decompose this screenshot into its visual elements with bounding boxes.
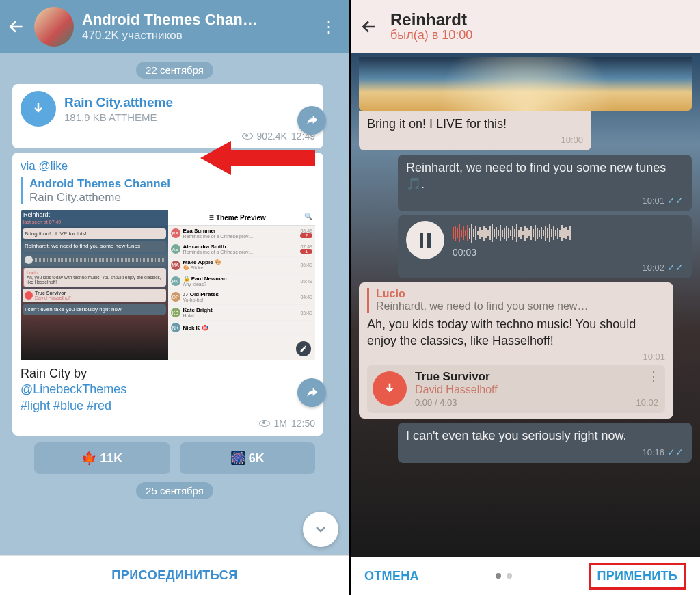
quote-title: Android Themes Channel (29, 177, 315, 191)
post-caption: Rain City by @LinebeckThemes #light #blu… (21, 366, 315, 414)
file-views: 902.4K (257, 131, 287, 142)
views-icon (259, 420, 270, 427)
reactions-row: 🍁 11K 🎆 6K (34, 442, 315, 474)
reaction-a[interactable]: 🍁 11K (34, 442, 170, 474)
reply-quote[interactable]: Lucio Reinhardt, we need to find you som… (367, 288, 665, 313)
pause-icon[interactable] (406, 221, 444, 259)
page-dot (507, 573, 512, 579)
cancel-button[interactable]: ОТМЕНА (364, 569, 419, 583)
hashtags[interactable]: #light #blue #red (21, 399, 111, 412)
channel-title: Android Themes Chan… (82, 11, 307, 29)
outgoing-message[interactable]: I can't even take you seriously right no… (398, 423, 692, 463)
audio-waveform[interactable] (453, 222, 684, 244)
incoming-reply-message[interactable]: Lucio Reinhardt, we need to find you som… (359, 282, 673, 419)
share-button[interactable] (297, 106, 326, 135)
file-meta: 181,9 KB ATTHEME (64, 111, 173, 123)
channel-chat[interactable]: 22 сентября Rain City.attheme 181,9 KB A… (0, 53, 349, 555)
via-label: via @like (21, 159, 315, 173)
back-button[interactable] (7, 17, 26, 36)
preview-contact-list: ES Eva SummerReminds me of a Chinese pro… (168, 226, 316, 335)
download-icon[interactable] (373, 371, 407, 406)
post-views: 1M (274, 418, 287, 429)
chat-titles[interactable]: Reinhardt был(а) в 10:00 (390, 10, 472, 42)
svg-rect-1 (420, 233, 423, 248)
quote-subtitle: Rain City.attheme (29, 191, 315, 204)
read-checks-icon: ✓✓ (667, 447, 684, 458)
download-icon[interactable] (21, 91, 56, 127)
read-checks-icon: ✓✓ (667, 262, 684, 273)
contact-status: был(а) в 10:00 (390, 28, 472, 42)
photo-message[interactable] (359, 57, 692, 111)
contact-name: Reinhardt (390, 10, 472, 29)
join-button[interactable]: ПРИСОЕДИНИТЬСЯ (0, 555, 349, 595)
chat-header: Reinhardt был(а) в 10:00 (351, 0, 700, 53)
channel-avatar[interactable] (34, 7, 74, 47)
quoted-source: Android Themes Channel Rain City.attheme (21, 177, 315, 204)
author-link[interactable]: @LinebeckThemes (21, 382, 126, 396)
svg-rect-2 (427, 233, 431, 248)
back-button[interactable] (360, 18, 378, 36)
track-duration: 0:00 / 4:03 (415, 397, 498, 408)
track-artist: David Hasselhoff (415, 384, 498, 396)
reaction-b[interactable]: 🎆 6K (180, 442, 316, 474)
channel-header: Android Themes Chan… 470.2K участников ⋮ (0, 0, 349, 53)
date-separator: 25 сентября (136, 482, 213, 499)
file-name: Rain City.attheme (64, 95, 173, 110)
post-message[interactable]: via @like Android Themes Channel Rain Ci… (12, 153, 323, 436)
track-time: 10:02 (636, 397, 658, 408)
outgoing-message[interactable]: Reinhardt, we need to find you some new … (398, 155, 692, 211)
left-pane: Android Themes Chan… 470.2K участников ⋮… (0, 0, 351, 595)
chat-messages[interactable]: Bring it on! I LIVE for this! 10:00 Rein… (351, 53, 700, 557)
views-icon (242, 133, 253, 140)
theme-footer: ОТМЕНА ПРИМЕНИТЬ (351, 557, 700, 595)
read-checks-icon: ✓✓ (667, 195, 684, 206)
header-titles[interactable]: Android Themes Chan… 470.2K участников (82, 11, 307, 42)
right-pane: Reinhardt был(а) в 10:00 Bring it on! I … (351, 0, 700, 595)
audio-track-message[interactable]: True Survivor David Hasselhoff 0:00 / 4:… (367, 365, 665, 413)
post-time: 12:50 (291, 418, 315, 429)
page-dot (496, 573, 501, 579)
compose-fab-icon (296, 341, 311, 356)
theme-preview-image: Reinhardtlast seen at 07:49 Bring it on!… (21, 210, 315, 360)
track-title: True Survivor (415, 370, 498, 384)
apply-button[interactable]: ПРИМЕНИТЬ (589, 563, 686, 590)
date-separator: 22 сентября (136, 62, 213, 79)
file-message[interactable]: Rain City.attheme 181,9 KB ATTHEME 902.4… (12, 84, 323, 148)
page-indicator (496, 573, 512, 579)
share-button[interactable] (297, 378, 326, 407)
track-more-icon[interactable]: ⋮ (647, 369, 660, 384)
scroll-down-button[interactable] (303, 512, 338, 547)
outgoing-voice-message[interactable]: 00:03 10:02✓✓ (398, 215, 692, 278)
more-menu-icon[interactable]: ⋮ (315, 17, 342, 36)
incoming-message[interactable]: Bring it on! I LIVE for this! 10:00 (359, 111, 591, 150)
channel-subtitle: 470.2K участников (82, 29, 307, 42)
